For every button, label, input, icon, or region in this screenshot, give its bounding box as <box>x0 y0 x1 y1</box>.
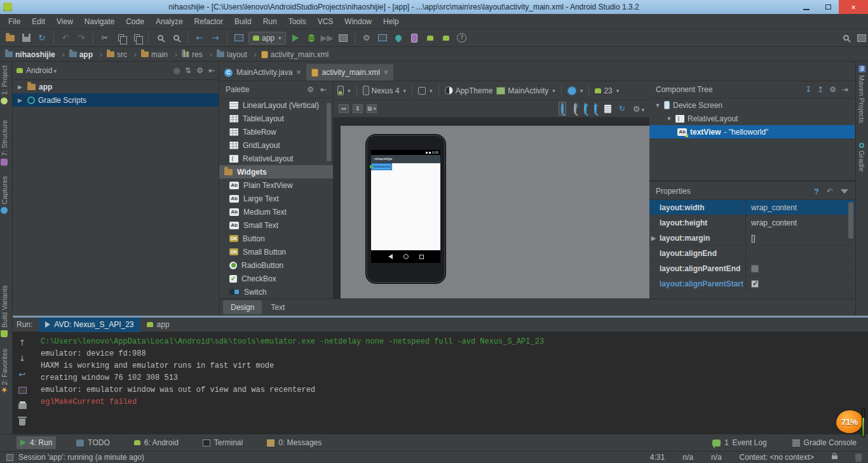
toolwindow-tab-run[interactable]: 4: Run <box>17 436 56 449</box>
tool-tab-structure[interactable]: 7: Structure <box>1 120 8 166</box>
lock-icon[interactable] <box>832 455 837 459</box>
property-row-layout-alignend[interactable]: layout:alignEnd <box>649 246 855 261</box>
sdk-location-icon[interactable] <box>392 32 405 44</box>
palette-item-radiobutton[interactable]: RadioButton <box>219 258 333 272</box>
toolwindow-tab-terminal[interactable]: Terminal <box>199 436 247 449</box>
theme-select[interactable]: AppTheme <box>445 86 493 95</box>
breadcrumb-layout[interactable]: layout <box>217 50 261 59</box>
search-everywhere-icon[interactable] <box>839 32 852 44</box>
soft-wrap-icon[interactable]: ↩ <box>17 369 27 379</box>
show-panels-icon[interactable] <box>855 32 868 44</box>
attach-debugger-icon[interactable] <box>337 32 349 44</box>
breadcrumb-main[interactable]: main <box>141 50 182 59</box>
open-icon[interactable] <box>4 32 17 44</box>
collapse-arrow-icon[interactable]: ▼ <box>654 102 661 109</box>
api-version-select[interactable]: 23 <box>595 86 619 95</box>
selected-textview[interactable]: helloworld <box>372 164 391 170</box>
fit-width-icon[interactable]: ↔ <box>339 104 349 113</box>
device-monitor-icon[interactable] <box>376 32 389 44</box>
forward-icon[interactable]: → <box>209 32 222 44</box>
scroll-up-icon[interactable]: ↑ <box>17 337 27 347</box>
properties-filter-icon[interactable] <box>841 189 848 194</box>
checkbox-unchecked[interactable] <box>751 265 759 272</box>
property-row-layout-alignparentend[interactable]: layout:alignParentEnd <box>649 261 855 276</box>
design-options-gear-icon[interactable]: ⚙ <box>633 104 644 114</box>
palette-section-widgets[interactable]: Widgets <box>219 165 333 178</box>
toolwindow-tab-todo[interactable]: TODO <box>72 436 113 449</box>
hide-panel-icon[interactable]: ⇥ <box>842 85 848 94</box>
expand-all-icon[interactable]: ↧ <box>805 85 811 94</box>
run-tab-avd[interactable]: AVD: Nexus_S_API_23 <box>39 318 140 332</box>
context-indicator[interactable]: Context: <no context> <box>740 453 814 462</box>
expand-arrow-icon[interactable]: ▶ <box>18 84 24 90</box>
project-view-select[interactable]: Android <box>26 66 57 75</box>
palette-item-switch[interactable]: Switch <box>219 285 333 299</box>
palette-item-button[interactable]: OKButton <box>219 232 333 245</box>
palette-pin-icon[interactable]: ⇤ <box>320 85 327 94</box>
breadcrumb-res[interactable]: res <box>182 50 217 59</box>
refresh-icon[interactable]: ↻ <box>619 104 625 113</box>
run-console[interactable]: C:\Users\lenovo\AppData\Local\Android\sd… <box>32 332 868 434</box>
device-screen[interactable]: 6:00 nihaoshijie helloworld <box>371 150 440 263</box>
palette-gear-icon[interactable]: ⚙ <box>307 85 314 94</box>
checkbox-checked[interactable] <box>751 280 759 288</box>
project-tree-item-app[interactable]: ▶ app <box>13 80 219 93</box>
menu-navigate[interactable]: Navigate <box>79 17 120 26</box>
tree-node-relativelayout[interactable]: ▼ RelativeLayout <box>649 112 855 125</box>
properties-help-icon[interactable] <box>814 187 819 196</box>
tree-node-textview[interactable]: Ab textView - "helloworld" <box>649 125 855 138</box>
tool-tab-project[interactable]: 1: Project <box>1 65 8 104</box>
palette-scrollbar[interactable] <box>327 103 331 161</box>
find-icon[interactable] <box>154 32 166 44</box>
toolwindow-toggle-icon[interactable] <box>6 454 13 461</box>
fit-screen-icon[interactable]: ⊞ <box>367 104 377 113</box>
tool-tab-gradle[interactable]: Gradle <box>858 143 865 171</box>
memory-indicator[interactable] <box>855 453 862 462</box>
fit-height-icon[interactable]: ↕ <box>353 104 363 113</box>
palette-item-checkbox[interactable]: CheckBox <box>219 272 333 285</box>
menu-run[interactable]: Run <box>257 17 283 26</box>
scroll-down-icon[interactable]: ↓ <box>17 353 27 363</box>
palette-item-plain-textview[interactable]: AbPlain TextView <box>219 178 333 192</box>
tab-design[interactable]: Design <box>223 300 262 314</box>
run-coverage-icon[interactable]: ▶▶ <box>321 32 334 44</box>
collapse-all-icon[interactable]: ⇅ <box>185 66 191 75</box>
expand-arrow-icon[interactable]: ▶ <box>651 231 656 246</box>
collapse-arrow-icon[interactable]: ▼ <box>666 116 672 122</box>
sync-icon[interactable]: ↻ <box>36 32 48 44</box>
menu-analyze[interactable]: Analyze <box>150 17 189 26</box>
paste-icon[interactable] <box>130 32 143 44</box>
editor-tab-mainactivity[interactable]: C MainActivity.java <box>219 64 306 81</box>
menu-code[interactable]: Code <box>120 17 150 26</box>
zoom-actual-icon[interactable]: 1 <box>574 104 576 113</box>
copy-icon[interactable] <box>114 32 127 44</box>
zoom-in-icon[interactable]: + <box>584 104 587 113</box>
property-row-layout-alignparentstart[interactable]: layout:alignParentStart <box>649 276 855 292</box>
hide-panel-icon[interactable]: ⇤ <box>208 66 215 75</box>
cut-icon[interactable]: ✂ <box>98 32 111 44</box>
collapse-all-icon[interactable]: ↥ <box>817 85 824 94</box>
zoom-fit-icon[interactable] <box>559 102 566 116</box>
avd-manager-icon[interactable] <box>408 32 421 44</box>
help-icon[interactable]: ? <box>456 32 468 44</box>
save-icon[interactable] <box>20 32 32 44</box>
sdk-manager-icon[interactable] <box>424 32 437 44</box>
breadcrumb-file[interactable]: activity_main.xml <box>261 50 331 59</box>
breadcrumb-src[interactable]: src <box>107 50 141 59</box>
caret-position[interactable]: 4:31 <box>650 453 665 462</box>
editor-tab-activity-main[interactable]: activity_main.xml <box>306 64 393 81</box>
menu-view[interactable]: View <box>51 17 79 26</box>
breadcrumb-app[interactable]: app <box>69 50 107 59</box>
tool-tab-maven[interactable]: mMaven Projects <box>858 65 865 123</box>
back-icon[interactable]: ← <box>193 32 206 44</box>
event-log-button[interactable]: 1 Event Log <box>709 436 771 449</box>
replace-icon[interactable] <box>170 32 182 44</box>
toolwindow-tab-android[interactable]: 6: Android <box>130 436 182 449</box>
tree-gear-icon[interactable]: ⚙ <box>829 85 836 94</box>
menu-vcs[interactable]: VCS <box>312 17 339 26</box>
zoom-out-icon[interactable]: − <box>594 104 597 113</box>
run-icon[interactable] <box>289 32 302 44</box>
palette-item-gridlayout[interactable]: GridLayout <box>219 138 333 152</box>
tool-tab-favorites[interactable]: ★2: Favorites <box>1 349 8 394</box>
palette-item-tablelayout[interactable]: TableLayout <box>219 112 333 125</box>
